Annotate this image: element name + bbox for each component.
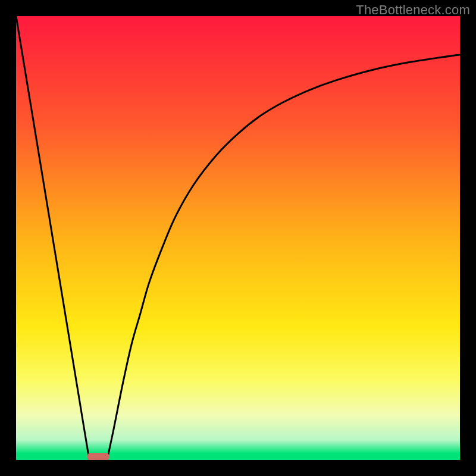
valley-marker (87, 453, 109, 460)
chart-background (16, 16, 460, 460)
chart-frame (16, 16, 460, 460)
watermark-label: TheBottleneck.com (356, 2, 470, 18)
chart-svg (16, 16, 460, 460)
